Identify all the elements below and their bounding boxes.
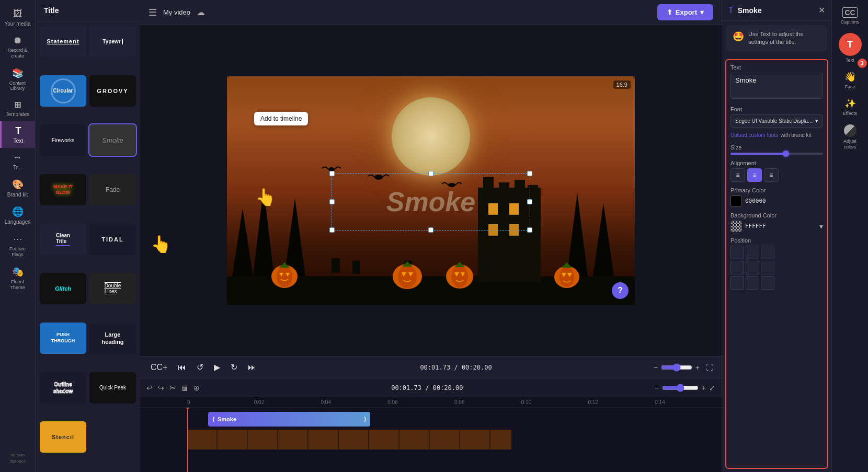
cloud-save-icon[interactable]: ☁ (197, 7, 205, 17)
zoom-out-button[interactable]: − (654, 363, 658, 372)
bg-color-expand[interactable]: ▾ (819, 222, 823, 231)
fullscreen-button[interactable]: ⛶ (706, 363, 713, 372)
sidebar-item-text[interactable]: T Text (0, 121, 35, 148)
title-card-stencil[interactable]: Stencil (40, 421, 86, 453)
title-card-makeitglow[interactable]: MAKE ITGLOW (40, 174, 86, 205)
track-content-text[interactable]: ⟨ Smoke ⟩ (187, 410, 722, 429)
pos-bot-right[interactable] (761, 276, 774, 290)
timeline-zoom-out[interactable]: − (655, 384, 659, 392)
selection-handle-tc[interactable] (428, 171, 433, 176)
video-strip (187, 430, 511, 450)
primary-color-value: 000000 (745, 198, 766, 204)
skip-back-button[interactable]: ⏮ (176, 361, 188, 374)
title-card-groovy[interactable]: GROOVY (89, 75, 136, 107)
adjust-colors-icon (844, 124, 856, 137)
step-3-badge: 3 (858, 59, 867, 68)
pos-mid-center[interactable] (746, 261, 759, 274)
cc-button[interactable]: CC+ (149, 361, 169, 374)
sidebar-item-transitions[interactable]: ↔ Tr... (0, 148, 35, 175)
ri-face[interactable]: 👋 Face (836, 68, 865, 93)
ri-text[interactable]: T Text 3 (836, 30, 865, 66)
font-chevron-icon: ▾ (815, 118, 818, 124)
timeline-expand[interactable]: ⤢ (709, 384, 715, 392)
video-canvas[interactable]: Smoke 16:9 Add to timeline ? (227, 76, 635, 305)
sidebar-item-feature-flags[interactable]: ⋯ FeatureFlags (0, 229, 35, 262)
pos-top-left[interactable] (730, 246, 744, 259)
smoke-clip[interactable]: ⟨ Smoke ⟩ (208, 412, 370, 427)
sidebar-item-record-create[interactable]: ⏺ Record & create (0, 31, 35, 63)
font-selector[interactable]: Segoe UI Variable Static Display Semibol… (730, 114, 823, 128)
text-selection-box[interactable]: Smoke (332, 173, 530, 231)
fast-forward-button[interactable]: ↻ (229, 360, 239, 374)
redo-button[interactable]: ↪ (158, 384, 164, 392)
selection-handle-mr[interactable] (527, 199, 532, 204)
title-card-statement[interactable]: Statement (40, 26, 86, 57)
align-left-button[interactable]: ≡ (730, 168, 745, 182)
selection-handle-ml[interactable] (329, 199, 335, 204)
help-button[interactable]: ? (612, 282, 629, 299)
selection-handle-bl[interactable] (329, 227, 335, 233)
title-card-doublelines[interactable]: DoubleLines (89, 273, 136, 304)
selection-handle-br[interactable] (527, 227, 532, 233)
title-card-circular[interactable]: Circular (40, 75, 86, 107)
zoom-slider[interactable] (661, 363, 692, 372)
pos-top-center[interactable] (746, 246, 759, 259)
title-card-pushthrough[interactable]: PUSHTHROUGH (40, 323, 86, 354)
pos-bot-left[interactable] (730, 276, 744, 290)
rewind-button[interactable]: ↺ (195, 360, 205, 374)
split-button[interactable]: ⊕ (193, 384, 200, 392)
menu-icon[interactable]: ☰ (149, 7, 157, 18)
sidebar-item-brand-kit[interactable]: 🎨 Brand kit (0, 175, 35, 202)
timeline-zoom-in[interactable]: + (702, 384, 706, 392)
play-pause-button[interactable]: ▶ (212, 360, 222, 374)
selection-handle-tl[interactable] (329, 171, 335, 176)
ri-adjust-colors[interactable]: Adjustcolors (836, 121, 865, 153)
zoom-in-button[interactable]: + (695, 363, 700, 372)
track-content-video[interactable] (187, 430, 722, 448)
prop-close-button[interactable]: ✕ (818, 5, 825, 15)
align-right-button[interactable]: ≡ (764, 168, 779, 182)
playhead[interactable] (187, 408, 188, 472)
undo-button[interactable]: ↩ (146, 384, 153, 392)
primary-color-swatch[interactable] (730, 195, 742, 207)
pos-mid-left[interactable] (730, 261, 744, 274)
sidebar-item-your-media[interactable]: 🖼 Your media (0, 4, 35, 31)
size-slider[interactable] (730, 153, 823, 155)
bg-color-swatch[interactable] (730, 221, 742, 232)
cut-button[interactable]: ✂ (169, 384, 176, 392)
sidebar-item-fluent-theme[interactable]: 🎭 FluentTheme (0, 262, 35, 295)
tooltip-emoji: 🤩 (733, 30, 744, 43)
selection-handle-tr[interactable] (527, 171, 532, 176)
timeline-time-display: 00:01.73 / 00:20.00 (205, 384, 649, 392)
ri-effects[interactable]: ✨ Effects (836, 95, 865, 119)
text-input[interactable]: Smoke (730, 73, 823, 99)
timeline-zoom-slider[interactable] (662, 384, 699, 392)
sidebar-item-languages[interactable]: 🌐 Languages (0, 202, 35, 229)
title-card-cleantitle[interactable]: CleanTitle (40, 224, 86, 255)
sidebar-item-content-library[interactable]: 📚 ContentLibrary (0, 63, 35, 96)
sidebar-item-templates[interactable]: ⊞ Templates (0, 96, 35, 121)
title-card-glitch[interactable]: Glitch (40, 273, 86, 304)
project-name[interactable]: My video (163, 8, 190, 16)
align-center-button[interactable]: ≡ (747, 168, 762, 182)
fluent-theme-icon: 🎭 (12, 266, 24, 278)
pos-bot-center[interactable] (746, 276, 759, 290)
title-card-fade[interactable]: Fade (89, 174, 136, 205)
title-card-quickpeek[interactable]: Quick Peek (89, 372, 136, 404)
title-card-smoke[interactable]: Smoke (89, 124, 136, 156)
delete-button[interactable]: 🗑 (181, 384, 188, 392)
title-card-outlineshadow[interactable]: Outlineshadow (40, 372, 86, 404)
upload-fonts-link[interactable]: Upload custom fonts (730, 132, 778, 138)
selection-handle-bc[interactable] (428, 227, 433, 233)
title-card-fireworks[interactable]: Fireworks (40, 124, 86, 156)
title-card-largeheading[interactable]: Largeheading (89, 323, 136, 354)
export-button[interactable]: ⬆ Export ▾ (657, 4, 713, 20)
ri-captions[interactable]: CC Captions (836, 4, 865, 28)
pos-top-right[interactable] (761, 246, 774, 259)
title-card-tidal[interactable]: TIDAL (89, 224, 136, 255)
skip-forward-button[interactable]: ⏭ (246, 361, 258, 374)
zoom-controls: − + (654, 363, 700, 372)
title-card-typewriter[interactable]: Typewr (89, 26, 136, 57)
pos-mid-right[interactable] (761, 261, 774, 274)
transitions-icon: ↔ (13, 152, 22, 163)
